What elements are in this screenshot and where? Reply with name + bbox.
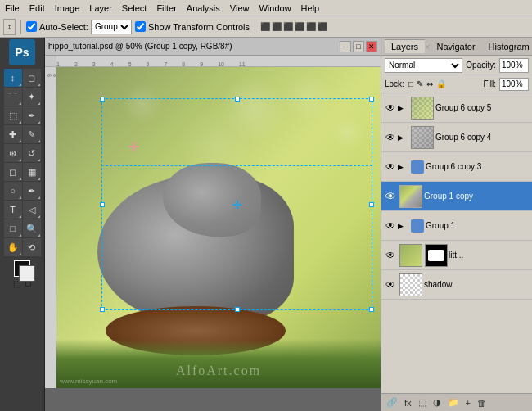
auto-select-dropdown[interactable]: Group: [91, 20, 132, 34]
menu-help[interactable]: Help: [296, 3, 325, 13]
tab-histogram[interactable]: Histogram: [482, 40, 532, 53]
expand-group6copy4[interactable]: ▶: [398, 133, 409, 142]
layer-vis-shadow[interactable]: 👁: [383, 279, 398, 291]
layer-vis-group1[interactable]: 👁: [383, 220, 398, 232]
delete-layer-btn[interactable]: 🗑: [476, 396, 488, 409]
stamp-tool[interactable]: ⊛: [4, 144, 22, 162]
layer-vis-group6copy5[interactable]: 👁: [383, 102, 398, 114]
crop-tool[interactable]: ⬚: [4, 106, 22, 124]
show-transform-check[interactable]: Show Transform Controls: [135, 21, 250, 32]
panel-tabs: Layers × Navigator Histogram: [381, 38, 532, 56]
menu-file[interactable]: File: [0, 3, 25, 13]
layer-shadow[interactable]: 👁 shadow: [381, 270, 532, 300]
canvas-title: hippo_tutorial.psd @ 50% (Group 1 copy, …: [48, 42, 232, 51]
opacity-input[interactable]: [499, 58, 529, 73]
layer-vis-group6copy3[interactable]: 👁: [383, 161, 398, 173]
tool-group-1: ↕ ◻: [4, 69, 41, 87]
hand-tool[interactable]: ✋: [4, 238, 22, 256]
show-transform-label: Show Transform Controls: [148, 22, 250, 32]
path-select[interactable]: ◁: [23, 201, 41, 219]
top-toolbar: ↕ Auto-Select: Group Show Transform Cont…: [0, 16, 532, 38]
menu-window[interactable]: Window: [254, 3, 295, 13]
new-layer-btn[interactable]: +: [464, 396, 472, 409]
layer-vis-group6copy4[interactable]: 👁: [383, 132, 398, 143]
eraser-tool[interactable]: ◻: [4, 163, 22, 181]
thumb-group6copy5: [411, 97, 434, 120]
move-tool[interactable]: ↕: [4, 69, 22, 87]
layer-name-group6copy3: Group 6 copy 3: [426, 162, 530, 171]
move-cursor-icon: ✛: [128, 139, 139, 155]
menu-edit[interactable]: Edit: [25, 3, 50, 13]
layer-group6copy5[interactable]: 👁 ▶ Group 6 copy 5: [381, 93, 532, 123]
foreground-color[interactable]: [14, 260, 30, 277]
blend-mode-select[interactable]: Normal: [385, 58, 462, 73]
type-tool[interactable]: T: [4, 201, 22, 219]
tab-layers[interactable]: Layers: [385, 39, 425, 53]
handle-mr: [369, 202, 374, 207]
rotate-tool[interactable]: ⟲: [23, 238, 41, 256]
marquee-tool[interactable]: ◻: [23, 69, 41, 87]
layer-name-group1copy: Group 1 copy: [424, 192, 530, 201]
lock-image[interactable]: ✎: [416, 79, 424, 89]
lock-all[interactable]: 🔒: [435, 79, 447, 89]
layer-group1[interactable]: 👁 ▶ Group 1: [381, 211, 532, 241]
heal-tool[interactable]: ✚: [4, 125, 22, 143]
auto-select-label: Auto-Select:: [39, 22, 88, 32]
win-maximize[interactable]: □: [353, 41, 364, 52]
win-close[interactable]: ✕: [366, 41, 377, 52]
new-group-btn[interactable]: 📁: [446, 395, 461, 409]
canvas-image[interactable]: ✛ ✛ AlfoArt.com www.missyuan.com: [56, 67, 381, 388]
auto-select-check[interactable]: Auto-Select: Group: [26, 20, 132, 34]
expand-group6copy5[interactable]: ▶: [398, 104, 409, 112]
menu-layer[interactable]: Layer: [84, 3, 117, 13]
layer-litt[interactable]: 👁 litt...: [381, 241, 532, 270]
brush-tool[interactable]: ✎: [23, 125, 41, 143]
layer-vis-group1copy[interactable]: 👁: [383, 190, 398, 203]
thumb-shadow: [399, 273, 422, 296]
menu-analysis[interactable]: Analysis: [182, 3, 225, 13]
history-brush[interactable]: ↺: [23, 144, 41, 162]
add-adjustment-btn[interactable]: ◑: [431, 395, 443, 409]
pen-tool[interactable]: ✒: [23, 182, 41, 200]
layer-vis-litt[interactable]: 👁: [383, 250, 398, 261]
ruler-h-ticks: 1 2 3 4 5 6 7 8 9 10 11: [56, 56, 260, 67]
fx-btn[interactable]: fx: [403, 396, 413, 409]
tick-4: 4: [110, 61, 114, 67]
tick-1: 1: [56, 61, 60, 67]
link-layers-btn[interactable]: 🔗: [385, 395, 399, 409]
tick-10: 10: [218, 61, 224, 67]
eyedropper-tool[interactable]: ✒: [23, 106, 41, 124]
menu-filter[interactable]: Filter: [151, 3, 181, 13]
tool-group-9: □ 🔍: [4, 219, 41, 237]
tick-5: 5: [128, 61, 132, 67]
auto-select-checkbox[interactable]: [26, 21, 37, 32]
layer-group1copy[interactable]: 👁 Group 1 copy: [381, 182, 532, 211]
move-tool-btn[interactable]: ↕: [3, 19, 16, 35]
dodge-tool[interactable]: ○: [4, 182, 22, 200]
lock-position[interactable]: ⇔: [426, 79, 434, 89]
canvas-with-ruler: 123456789: [45, 67, 381, 388]
add-mask-btn[interactable]: ⬚: [417, 395, 428, 409]
win-minimize[interactable]: ─: [340, 41, 351, 52]
tool-group-10: ✋ ⟲: [4, 238, 41, 256]
ruler-corner: [45, 56, 56, 67]
tab-navigator[interactable]: Navigator: [430, 40, 481, 53]
zoom-tool[interactable]: 🔍: [23, 219, 41, 237]
magic-wand-tool[interactable]: ✦: [23, 88, 41, 106]
tool-group-2: ⌒ ✦: [4, 88, 41, 106]
gradient-tool[interactable]: ▦: [23, 163, 41, 181]
fill-input[interactable]: [499, 78, 529, 91]
menu-image[interactable]: Image: [50, 3, 85, 13]
layer-group6copy4[interactable]: 👁 ▶ Group 6 copy 4: [381, 123, 532, 152]
layer-group6copy3[interactable]: 👁 ▶ Group 6 copy 3: [381, 152, 532, 182]
lock-transparent[interactable]: □: [408, 79, 414, 89]
lasso-tool[interactable]: ⌒: [4, 88, 22, 106]
expand-group1[interactable]: ▶: [398, 222, 409, 230]
menu-view[interactable]: View: [225, 3, 255, 13]
menu-select[interactable]: Select: [117, 3, 152, 13]
expand-group6copy3[interactable]: ▶: [398, 163, 409, 171]
handle-br: [369, 307, 374, 312]
show-transform-checkbox[interactable]: [135, 21, 146, 32]
shape-tool[interactable]: □: [4, 219, 22, 237]
background-color[interactable]: [19, 265, 35, 282]
